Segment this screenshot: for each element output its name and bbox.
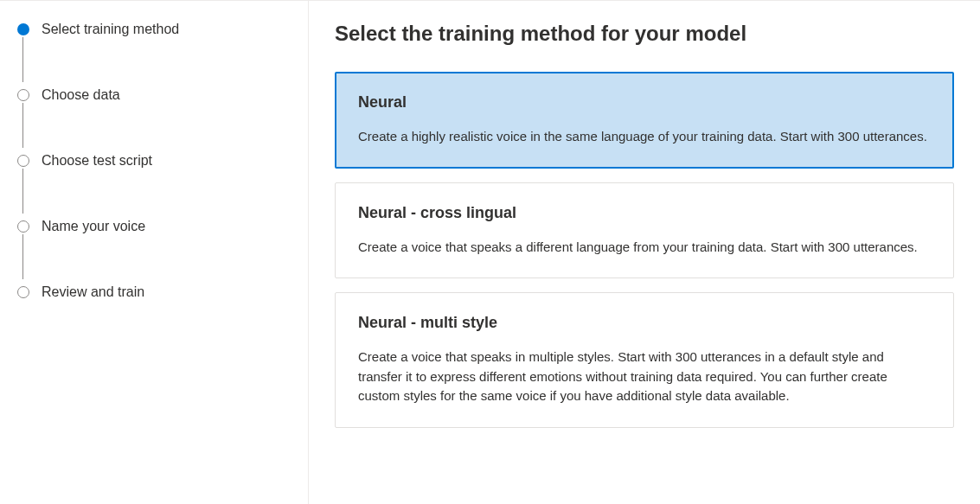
option-description: Create a highly realistic voice in the s… — [358, 127, 931, 147]
step-label: Choose data — [42, 87, 120, 103]
wizard-step-choose-test-script[interactable]: Choose test script — [17, 153, 291, 169]
step-connector-icon — [22, 169, 23, 214]
option-description: Create a voice that speaks a different l… — [358, 238, 931, 258]
step-label: Select training method — [42, 22, 179, 37]
step-indicator-inactive-icon — [17, 155, 29, 167]
main-content: Select the training method for your mode… — [309, 1, 980, 504]
wizard-step-review-and-train[interactable]: Review and train — [17, 284, 291, 300]
step-indicator-inactive-icon — [17, 220, 29, 233]
step-indicator-inactive-icon — [17, 89, 29, 101]
step-connector-icon — [22, 103, 23, 148]
wizard-step-name-your-voice[interactable]: Name your voice — [17, 219, 291, 234]
step-connector-icon — [22, 234, 23, 279]
step-connector-icon — [22, 37, 23, 82]
wizard-step-select-training-method[interactable]: Select training method — [17, 22, 291, 37]
step-label: Name your voice — [42, 219, 145, 234]
wizard-step-list: Select training method Choose data Choos… — [17, 22, 291, 300]
step-indicator-active-icon — [17, 23, 29, 35]
wizard-steps-sidebar: Select training method Choose data Choos… — [0, 1, 309, 504]
wizard-step-choose-data[interactable]: Choose data — [17, 87, 291, 103]
page-container: Select training method Choose data Choos… — [0, 0, 980, 504]
page-title: Select the training method for your mode… — [335, 22, 954, 46]
step-label: Choose test script — [42, 153, 152, 169]
step-label: Review and train — [42, 284, 144, 300]
option-title: Neural — [358, 93, 931, 112]
training-method-option-neural-multi-style[interactable]: Neural - multi style Create a voice that… — [335, 292, 954, 428]
option-title: Neural - cross lingual — [358, 204, 931, 222]
option-description: Create a voice that speaks in multiple s… — [358, 348, 931, 406]
option-title: Neural - multi style — [358, 314, 931, 332]
step-indicator-inactive-icon — [17, 286, 29, 298]
training-method-option-neural-cross-lingual[interactable]: Neural - cross lingual Create a voice th… — [335, 182, 954, 279]
training-method-option-neural[interactable]: Neural Create a highly realistic voice i… — [335, 72, 954, 169]
